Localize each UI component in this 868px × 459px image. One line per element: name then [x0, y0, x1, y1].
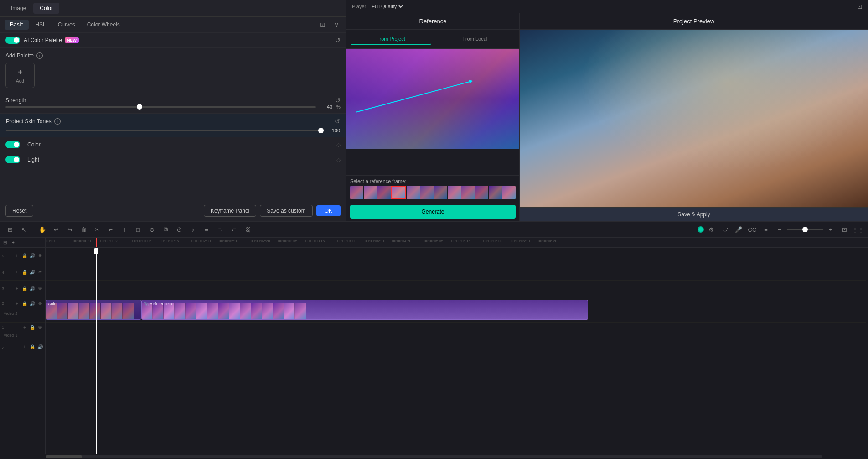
tool-subtitle-icon[interactable]: ≡	[760, 223, 772, 236]
track-3-volume-icon[interactable]: 🔊	[29, 286, 36, 292]
track-v2-eye-icon[interactable]: 👁	[37, 300, 43, 307]
tool-trim-icon[interactable]: ⌐	[104, 223, 117, 236]
add-palette-button[interactable]: + Add	[5, 63, 35, 88]
tool-mic-icon[interactable]: 🎤	[732, 223, 745, 236]
track-4-volume-icon[interactable]: 🔊	[29, 269, 36, 276]
tool-zoom-out-icon[interactable]: −	[773, 223, 786, 236]
tool-link-icon[interactable]: ⛓	[241, 223, 254, 236]
frame-thumb-1[interactable]	[350, 186, 363, 199]
expand-icon[interactable]: ⊡	[857, 3, 863, 10]
subtab-basic[interactable]: Basic	[5, 20, 29, 30]
track-a1-lock-icon[interactable]: 🔒	[29, 344, 36, 350]
tool-grid-icon[interactable]: ⊞	[4, 223, 16, 236]
frame-thumb-3[interactable]	[377, 186, 391, 199]
frame-thumb-9[interactable]	[461, 186, 475, 199]
track-a1-volume-icon[interactable]: 🔊	[37, 344, 43, 350]
track-4-add-icon[interactable]: +	[14, 269, 20, 276]
tool-settings-icon[interactable]: ⚙	[705, 223, 718, 236]
track-5-add-icon[interactable]: +	[14, 253, 20, 259]
frame-thumb-8[interactable]	[448, 186, 461, 199]
track-4-lock-icon[interactable]: 🔒	[21, 269, 28, 276]
clip-reference[interactable]: 📎 Reference 0	[141, 300, 588, 320]
frame-thumb-11[interactable]	[489, 186, 502, 199]
quality-select[interactable]: Full Quality	[370, 3, 404, 10]
tool-crop-icon[interactable]: ⧉	[159, 223, 172, 236]
chevron-down-icon[interactable]: ∨	[331, 20, 341, 30]
zoom-slider[interactable]	[787, 229, 823, 230]
frame-thumb-10[interactable]	[475, 186, 488, 199]
protect-skin-reset-icon[interactable]: ↺	[335, 118, 340, 125]
subtab-curves[interactable]: Curves	[52, 20, 81, 30]
scrollbar-thumb[interactable]	[46, 455, 82, 458]
timeline-grid-icon[interactable]: ⊞	[2, 240, 8, 246]
tool-redo-icon[interactable]: ↪	[63, 223, 76, 236]
tool-fit-icon[interactable]: ⊡	[838, 223, 851, 236]
tool-zoom-in-icon[interactable]: +	[824, 223, 837, 236]
subtab-hsl[interactable]: HSL	[30, 20, 51, 30]
tab-image[interactable]: Image	[5, 3, 32, 14]
save-apply-button[interactable]: Save & Apply	[520, 207, 868, 221]
keyframe-button[interactable]: Keyframe Panel	[204, 205, 256, 217]
from-local-button[interactable]: From Local	[434, 33, 516, 45]
tool-delete-icon[interactable]: 🗑	[77, 223, 90, 236]
info-icon[interactable]: i	[36, 52, 43, 59]
strength-slider[interactable]	[5, 106, 316, 108]
track-v1-lock-icon[interactable]: 🔒	[29, 324, 36, 330]
frame-thumb-4[interactable]	[391, 186, 406, 199]
scrollbar-track[interactable]	[46, 455, 822, 458]
tracks-scroll-area[interactable]: Color	[46, 248, 868, 454]
tool-filter-icon[interactable]: ≡	[200, 223, 213, 236]
tool-undo-icon[interactable]: ↩	[50, 223, 62, 236]
track-3-add-icon[interactable]: +	[14, 286, 20, 292]
track-4-eye-icon[interactable]: 👁	[37, 269, 43, 276]
tool-cut-icon[interactable]: ✂	[91, 223, 103, 236]
tab-color[interactable]: Color	[33, 3, 59, 14]
tool-speed-icon[interactable]: ⏱	[173, 223, 186, 236]
track-3-eye-icon[interactable]: 👁	[37, 286, 43, 292]
tool-audio-icon[interactable]: ♪	[186, 223, 199, 236]
from-project-button[interactable]: From Project	[350, 33, 432, 45]
tool-zoom-icon[interactable]: ⊙	[145, 223, 158, 236]
tool-shield-icon[interactable]: 🛡	[718, 223, 731, 236]
color-toggle[interactable]	[5, 141, 20, 148]
frame-thumb-12[interactable]	[502, 186, 516, 199]
compare-icon[interactable]: ⊡	[318, 20, 328, 30]
frame-thumb-2[interactable]	[364, 186, 377, 199]
timeline-add-icon[interactable]: +	[10, 240, 16, 246]
tool-split-icon[interactable]: ⊂	[227, 223, 240, 236]
tool-shape-icon[interactable]: □	[132, 223, 145, 236]
track-3-lock-icon[interactable]: 🔒	[21, 286, 28, 292]
track-v2-lock-icon[interactable]: 🔒	[21, 300, 28, 307]
clip-color[interactable]: Color	[46, 300, 141, 320]
tool-merge-icon[interactable]: ⊃	[214, 223, 227, 236]
light-toggle[interactable]	[5, 156, 20, 163]
ai-palette-toggle[interactable]	[5, 37, 20, 44]
track-a1-add-icon[interactable]: +	[21, 344, 28, 350]
subtab-color-wheels[interactable]: Color Wheels	[82, 20, 125, 30]
protect-skin-info-icon[interactable]: i	[54, 118, 61, 125]
generate-button[interactable]: Generate	[350, 205, 516, 219]
track-v1-add-icon[interactable]: +	[21, 324, 28, 330]
track-5-lock-icon[interactable]: 🔒	[21, 253, 28, 259]
ok-button[interactable]: OK	[316, 205, 341, 216]
frame-thumb-7[interactable]	[434, 186, 447, 199]
strength-reset-icon[interactable]: ↺	[335, 97, 341, 104]
reset-button[interactable]: Reset	[5, 205, 33, 217]
tool-grid2-icon[interactable]: ⋮⋮	[852, 223, 864, 236]
track-5-eye-icon[interactable]: 👁	[37, 253, 43, 259]
color-diamond-icon[interactable]: ◇	[336, 141, 341, 148]
frame-thumb-6[interactable]	[420, 186, 434, 199]
tool-pointer-icon[interactable]: ↖	[17, 223, 30, 236]
frame-thumb-5[interactable]	[407, 186, 420, 199]
light-diamond-icon[interactable]: ◇	[336, 156, 341, 163]
protect-skin-slider[interactable]	[6, 130, 324, 131]
save-custom-button[interactable]: Save as custom	[260, 205, 312, 217]
track-v2-volume-icon[interactable]: 🔊	[29, 300, 36, 307]
refresh-icon[interactable]: ↺	[335, 37, 341, 44]
track-v2-add-icon[interactable]: +	[14, 300, 20, 307]
tool-text-icon[interactable]: T	[118, 223, 131, 236]
tool-caption-icon[interactable]: CC	[746, 223, 759, 236]
tool-hand-icon[interactable]: ✋	[36, 223, 49, 236]
track-v1-eye-icon[interactable]: 👁	[37, 324, 43, 330]
track-5-volume-icon[interactable]: 🔊	[29, 253, 36, 259]
